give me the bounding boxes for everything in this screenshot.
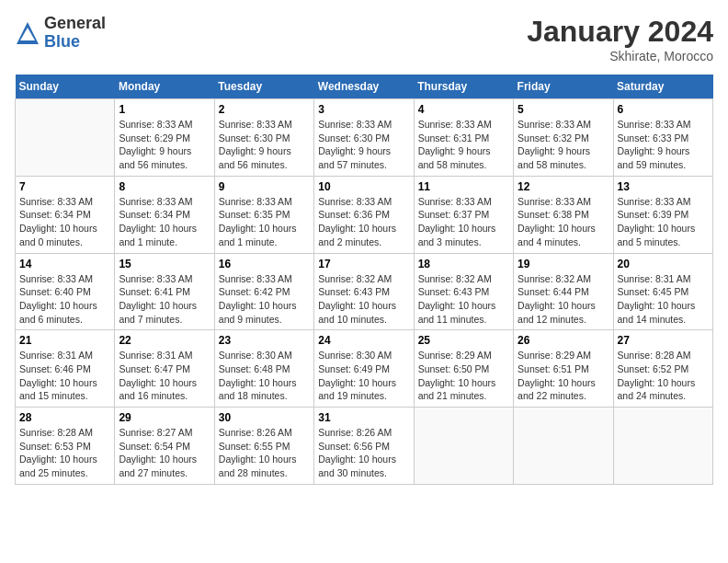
day-info: Sunrise: 8:29 AM Sunset: 6:51 PM Dayligh… bbox=[518, 349, 609, 403]
day-number: 14 bbox=[19, 258, 110, 270]
calendar-cell: 10Sunrise: 8:33 AM Sunset: 6:36 PM Dayli… bbox=[314, 176, 414, 253]
calendar-cell: 3Sunrise: 8:33 AM Sunset: 6:30 PM Daylig… bbox=[314, 99, 414, 177]
calendar-cell: 25Sunrise: 8:29 AM Sunset: 6:50 PM Dayli… bbox=[414, 330, 513, 408]
calendar-cell: 6Sunrise: 8:33 AM Sunset: 6:33 PM Daylig… bbox=[613, 99, 712, 177]
calendar-cell: 12Sunrise: 8:33 AM Sunset: 6:38 PM Dayli… bbox=[514, 176, 613, 253]
calendar-cell: 13Sunrise: 8:33 AM Sunset: 6:39 PM Dayli… bbox=[613, 176, 712, 253]
month-title: January 2024 bbox=[527, 15, 713, 49]
day-info: Sunrise: 8:31 AM Sunset: 6:45 PM Dayligh… bbox=[618, 272, 709, 327]
day-number: 6 bbox=[618, 103, 709, 116]
day-number: 10 bbox=[318, 180, 409, 193]
logo: General Blue bbox=[15, 15, 106, 52]
calendar-week-row: 1Sunrise: 8:33 AM Sunset: 6:29 PM Daylig… bbox=[16, 99, 713, 177]
day-info: Sunrise: 8:32 AM Sunset: 6:43 PM Dayligh… bbox=[318, 272, 409, 327]
logo-icon bbox=[15, 20, 40, 46]
location-subtitle: Skhirate, Morocco bbox=[527, 49, 713, 63]
calendar-week-row: 14Sunrise: 8:33 AM Sunset: 6:40 PM Dayli… bbox=[16, 253, 713, 330]
day-number: 2 bbox=[219, 103, 310, 116]
day-number: 16 bbox=[219, 258, 310, 270]
calendar-week-row: 21Sunrise: 8:31 AM Sunset: 6:46 PM Dayli… bbox=[16, 330, 713, 408]
page-header: General Blue January 2024 Skhirate, Moro… bbox=[15, 15, 713, 63]
day-info: Sunrise: 8:33 AM Sunset: 6:41 PM Dayligh… bbox=[119, 272, 210, 327]
day-info: Sunrise: 8:28 AM Sunset: 6:52 PM Dayligh… bbox=[618, 349, 709, 403]
calendar-cell bbox=[613, 408, 712, 485]
day-info: Sunrise: 8:33 AM Sunset: 6:36 PM Dayligh… bbox=[318, 195, 409, 249]
day-info: Sunrise: 8:33 AM Sunset: 6:32 PM Dayligh… bbox=[518, 118, 609, 172]
calendar-cell bbox=[514, 408, 613, 485]
day-number: 17 bbox=[318, 258, 409, 270]
calendar-cell: 8Sunrise: 8:33 AM Sunset: 6:34 PM Daylig… bbox=[115, 176, 214, 253]
day-info: Sunrise: 8:33 AM Sunset: 6:33 PM Dayligh… bbox=[618, 118, 709, 172]
day-info: Sunrise: 8:29 AM Sunset: 6:50 PM Dayligh… bbox=[418, 349, 509, 403]
calendar-week-row: 28Sunrise: 8:28 AM Sunset: 6:53 PM Dayli… bbox=[16, 408, 713, 485]
calendar-cell: 29Sunrise: 8:27 AM Sunset: 6:54 PM Dayli… bbox=[115, 408, 214, 485]
calendar-cell: 16Sunrise: 8:33 AM Sunset: 6:42 PM Dayli… bbox=[214, 253, 313, 330]
calendar-header-row: SundayMondayTuesdayWednesdayThursdayFrid… bbox=[16, 75, 713, 99]
calendar-week-row: 7Sunrise: 8:33 AM Sunset: 6:34 PM Daylig… bbox=[16, 176, 713, 253]
day-info: Sunrise: 8:26 AM Sunset: 6:55 PM Dayligh… bbox=[219, 426, 310, 480]
day-info: Sunrise: 8:33 AM Sunset: 6:30 PM Dayligh… bbox=[318, 118, 409, 172]
day-info: Sunrise: 8:33 AM Sunset: 6:37 PM Dayligh… bbox=[418, 195, 509, 249]
day-number: 12 bbox=[518, 180, 609, 193]
day-info: Sunrise: 8:31 AM Sunset: 6:46 PM Dayligh… bbox=[19, 349, 110, 403]
calendar-cell: 23Sunrise: 8:30 AM Sunset: 6:48 PM Dayli… bbox=[214, 330, 313, 408]
day-number: 21 bbox=[19, 334, 110, 347]
day-number: 4 bbox=[418, 103, 509, 116]
calendar-cell: 4Sunrise: 8:33 AM Sunset: 6:31 PM Daylig… bbox=[414, 99, 513, 177]
day-number: 23 bbox=[219, 334, 310, 347]
day-number: 31 bbox=[318, 411, 409, 424]
day-number: 11 bbox=[418, 180, 509, 193]
day-number: 13 bbox=[618, 180, 709, 193]
day-info: Sunrise: 8:32 AM Sunset: 6:43 PM Dayligh… bbox=[418, 272, 509, 327]
calendar-cell: 7Sunrise: 8:33 AM Sunset: 6:34 PM Daylig… bbox=[16, 176, 115, 253]
day-number: 5 bbox=[518, 103, 609, 116]
calendar-cell: 26Sunrise: 8:29 AM Sunset: 6:51 PM Dayli… bbox=[514, 330, 613, 408]
day-number: 27 bbox=[618, 334, 709, 347]
calendar-cell: 2Sunrise: 8:33 AM Sunset: 6:30 PM Daylig… bbox=[214, 99, 313, 177]
header-tuesday: Tuesday bbox=[214, 75, 313, 99]
day-info: Sunrise: 8:26 AM Sunset: 6:56 PM Dayligh… bbox=[318, 426, 409, 480]
day-info: Sunrise: 8:30 AM Sunset: 6:49 PM Dayligh… bbox=[318, 349, 409, 403]
day-info: Sunrise: 8:33 AM Sunset: 6:40 PM Dayligh… bbox=[19, 272, 110, 327]
day-info: Sunrise: 8:32 AM Sunset: 6:44 PM Dayligh… bbox=[518, 272, 609, 327]
day-info: Sunrise: 8:33 AM Sunset: 6:34 PM Dayligh… bbox=[119, 195, 210, 249]
header-saturday: Saturday bbox=[613, 75, 712, 99]
day-number: 25 bbox=[418, 334, 509, 347]
day-info: Sunrise: 8:33 AM Sunset: 6:31 PM Dayligh… bbox=[418, 118, 509, 172]
header-friday: Friday bbox=[514, 75, 613, 99]
day-info: Sunrise: 8:33 AM Sunset: 6:35 PM Dayligh… bbox=[219, 195, 310, 249]
calendar-cell: 21Sunrise: 8:31 AM Sunset: 6:46 PM Dayli… bbox=[16, 330, 115, 408]
calendar-table: SundayMondayTuesdayWednesdayThursdayFrid… bbox=[15, 75, 713, 485]
logo-text: General Blue bbox=[44, 15, 106, 52]
day-info: Sunrise: 8:33 AM Sunset: 6:38 PM Dayligh… bbox=[518, 195, 609, 249]
calendar-cell: 11Sunrise: 8:33 AM Sunset: 6:37 PM Dayli… bbox=[414, 176, 513, 253]
calendar-cell: 17Sunrise: 8:32 AM Sunset: 6:43 PM Dayli… bbox=[314, 253, 414, 330]
calendar-cell: 28Sunrise: 8:28 AM Sunset: 6:53 PM Dayli… bbox=[16, 408, 115, 485]
day-number: 8 bbox=[119, 180, 210, 193]
calendar-cell: 31Sunrise: 8:26 AM Sunset: 6:56 PM Dayli… bbox=[314, 408, 414, 485]
calendar-cell: 1Sunrise: 8:33 AM Sunset: 6:29 PM Daylig… bbox=[115, 99, 214, 177]
calendar-cell: 30Sunrise: 8:26 AM Sunset: 6:55 PM Dayli… bbox=[214, 408, 313, 485]
day-number: 28 bbox=[19, 411, 110, 424]
day-number: 24 bbox=[318, 334, 409, 347]
day-info: Sunrise: 8:28 AM Sunset: 6:53 PM Dayligh… bbox=[19, 426, 110, 480]
day-info: Sunrise: 8:33 AM Sunset: 6:29 PM Dayligh… bbox=[119, 118, 210, 172]
day-number: 26 bbox=[518, 334, 609, 347]
day-info: Sunrise: 8:33 AM Sunset: 6:42 PM Dayligh… bbox=[219, 272, 310, 327]
calendar-cell bbox=[16, 99, 115, 177]
calendar-cell: 19Sunrise: 8:32 AM Sunset: 6:44 PM Dayli… bbox=[514, 253, 613, 330]
day-number: 7 bbox=[19, 180, 110, 193]
day-info: Sunrise: 8:30 AM Sunset: 6:48 PM Dayligh… bbox=[219, 349, 310, 403]
day-number: 18 bbox=[418, 258, 509, 270]
day-info: Sunrise: 8:33 AM Sunset: 6:39 PM Dayligh… bbox=[618, 195, 709, 249]
day-number: 22 bbox=[119, 334, 210, 347]
logo-blue: Blue bbox=[44, 33, 106, 52]
day-info: Sunrise: 8:31 AM Sunset: 6:47 PM Dayligh… bbox=[119, 349, 210, 403]
day-number: 3 bbox=[318, 103, 409, 116]
header-monday: Monday bbox=[115, 75, 214, 99]
day-number: 29 bbox=[119, 411, 210, 424]
calendar-cell: 22Sunrise: 8:31 AM Sunset: 6:47 PM Dayli… bbox=[115, 330, 214, 408]
day-number: 9 bbox=[219, 180, 310, 193]
calendar-cell bbox=[414, 408, 513, 485]
logo-general: General bbox=[44, 15, 106, 33]
